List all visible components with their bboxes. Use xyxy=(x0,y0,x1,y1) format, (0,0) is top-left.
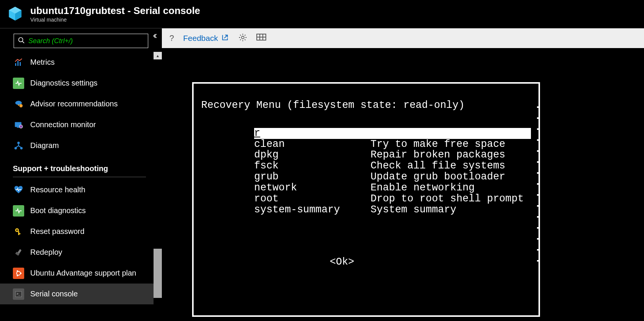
sidebar-item-advisor[interactable]: Advisor recommendations xyxy=(13,93,157,114)
collapse-sidebar-button[interactable] xyxy=(153,33,159,40)
svg-rect-2 xyxy=(15,63,16,66)
sidebar-section-support: Support + troubleshooting xyxy=(13,164,146,177)
resource-health-icon xyxy=(13,184,24,196)
sidebar-item-resource-health[interactable]: Resource health xyxy=(13,179,157,200)
recovery-menu-item-resume[interactable]: resume Resume normal boot xyxy=(254,128,531,139)
svg-point-19 xyxy=(17,271,20,275)
recovery-menu-ok[interactable]: <Ok> xyxy=(330,257,531,268)
diagram-icon xyxy=(13,140,24,151)
recovery-menu-title: Recovery Menu (filesystem state: read-on… xyxy=(201,100,465,111)
search-box[interactable] xyxy=(14,34,148,48)
sidebar-item-label: Reset password xyxy=(30,227,84,236)
recovery-menu-box: Recovery Menu (filesystem state: read-on… xyxy=(192,82,540,317)
svg-line-1 xyxy=(22,41,24,43)
svg-text:>_: >_ xyxy=(17,292,20,296)
sidebar-item-label: Metrics xyxy=(30,58,54,67)
keyboard-button[interactable] xyxy=(256,34,266,43)
sidebar-item-diagram[interactable]: Diagram xyxy=(13,135,157,156)
ubuntu-icon xyxy=(13,268,24,279)
sidebar-nav: Metrics Diagnostics settings Advisor rec… xyxy=(0,52,162,304)
scroll-up-arrow-icon[interactable]: ▲ xyxy=(154,52,162,59)
sidebar-item-label: Ubuntu Advantage support plan xyxy=(30,269,136,277)
svg-point-0 xyxy=(19,37,23,42)
sidebar-item-diagnostics-settings[interactable]: Diagnostics settings xyxy=(13,73,157,93)
boot-diagnostics-icon xyxy=(13,205,24,217)
terminal-border-ticks xyxy=(537,106,540,271)
recovery-menu-item-dpkg[interactable]: dpkg Repair broken packages xyxy=(254,150,531,160)
settings-button[interactable] xyxy=(238,33,247,44)
svg-point-9 xyxy=(19,125,23,128)
sidebar: Metrics Diagnostics settings Advisor rec… xyxy=(0,28,162,321)
page-subtitle: Virtual machine xyxy=(30,17,200,23)
sidebar-item-serial-console[interactable]: >_ Serial console xyxy=(0,284,162,304)
feedback-label: Feedback xyxy=(183,34,218,43)
feedback-button[interactable]: Feedback xyxy=(183,33,229,44)
toolbar: ? Feedback xyxy=(162,28,644,48)
external-link-icon xyxy=(221,33,229,44)
svg-point-21 xyxy=(17,270,18,272)
recovery-menu-item-system-summary[interactable]: system-summary System summary xyxy=(254,204,531,215)
recovery-menu-item-fsck[interactable]: fsck Check all file systems xyxy=(254,160,531,171)
sidebar-item-boot-diagnostics[interactable]: Boot diagnostics xyxy=(13,200,157,221)
sidebar-item-label: Diagnostics settings xyxy=(30,79,98,87)
recovery-menu-item-root[interactable]: root Drop to root shell prompt xyxy=(254,193,531,204)
svg-point-14 xyxy=(16,229,18,231)
scrollbar-track[interactable] xyxy=(154,59,162,315)
svg-rect-3 xyxy=(17,61,19,66)
page-title: ubuntu1710grubtest - Serial console xyxy=(30,5,200,17)
sidebar-item-label: Redeploy xyxy=(30,248,62,257)
gear-icon xyxy=(238,33,247,42)
recovery-menu-item-network[interactable]: network Enable networking xyxy=(254,182,531,193)
recovery-menu-item-clean[interactable]: clean Try to make free space xyxy=(254,139,531,150)
page-header: ubuntu1710grubtest - Serial console Virt… xyxy=(0,0,644,28)
svg-point-22 xyxy=(17,275,18,276)
sidebar-item-redeploy[interactable]: Redeploy xyxy=(13,242,157,263)
sidebar-item-label: Resource health xyxy=(30,185,85,194)
svg-rect-8 xyxy=(17,127,20,128)
help-button[interactable]: ? xyxy=(169,33,174,43)
search-icon xyxy=(18,37,25,45)
sidebar-item-label: Serial console xyxy=(30,290,78,298)
keyboard-icon xyxy=(256,34,266,41)
svg-rect-16 xyxy=(18,233,20,234)
sidebar-item-reset-password[interactable]: Reset password xyxy=(13,221,157,242)
sidebar-item-label: Boot diagnostics xyxy=(30,206,86,215)
svg-point-6 xyxy=(19,104,23,108)
search-input[interactable] xyxy=(28,37,144,45)
advisor-icon xyxy=(13,98,24,110)
serial-console-icon: >_ xyxy=(13,288,24,300)
serial-console-output[interactable]: Recovery Menu (filesystem state: read-on… xyxy=(162,48,644,321)
svg-point-10 xyxy=(17,142,20,144)
svg-point-20 xyxy=(20,273,22,274)
sidebar-scrollbar[interactable]: ▲ xyxy=(154,52,162,321)
recovery-menu-item-grub[interactable]: grub Update grub bootloader xyxy=(254,171,531,182)
key-icon xyxy=(13,226,24,237)
vm-cube-icon xyxy=(7,5,23,23)
sidebar-item-metrics[interactable]: Metrics xyxy=(13,52,157,73)
diagnostics-icon xyxy=(13,78,24,89)
sidebar-item-ubuntu-advantage[interactable]: Ubuntu Advantage support plan xyxy=(13,263,157,284)
metrics-icon xyxy=(13,57,24,68)
svg-point-25 xyxy=(242,36,244,39)
recovery-menu-list: resume Resume normal boot clean Try to m… xyxy=(254,128,531,215)
svg-rect-4 xyxy=(20,62,21,66)
sidebar-item-label: Connection monitor xyxy=(30,120,96,129)
connection-monitor-icon xyxy=(13,119,24,131)
redeploy-icon xyxy=(13,247,24,258)
main-panel: ? Feedback Recovery Menu (filesy xyxy=(162,28,644,321)
sidebar-item-connection-monitor[interactable]: Connection monitor xyxy=(13,114,157,135)
sidebar-item-label: Advisor recommendations xyxy=(30,100,118,108)
scrollbar-thumb[interactable] xyxy=(154,249,162,298)
sidebar-item-label: Diagram xyxy=(30,141,59,150)
